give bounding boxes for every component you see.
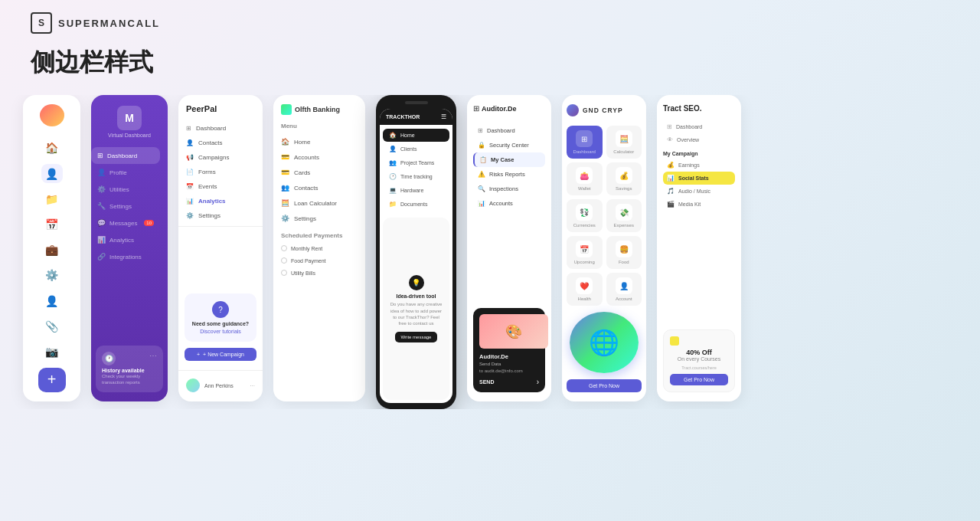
ts-social-stats[interactable]: 📊Social Stats [663, 172, 735, 185]
ts-audio-music[interactable]: 🎵Audio / Music [663, 185, 735, 198]
payment-radio[interactable] [281, 245, 287, 251]
payment-monthly[interactable]: Monthly Rent [273, 242, 365, 254]
tt-nav-teams[interactable]: 👥Project Teams [383, 156, 449, 169]
header: S SUPERMANCALL [0, 0, 980, 46]
pp-nav-analytics[interactable]: 📊Analytics [178, 194, 263, 208]
send-button[interactable]: SEND [479, 379, 494, 385]
promo-get-pro-button[interactable]: Get Pro Now [670, 374, 728, 385]
ob-nav-accounts[interactable]: 💳Accounts [273, 149, 365, 165]
gnd-wallet[interactable]: 👛 Wallet [567, 162, 603, 195]
ob-nav-cards[interactable]: 💳Cards [273, 165, 365, 180]
gnd-health[interactable]: ❤️ Health [567, 273, 603, 306]
history-title: History available [102, 368, 157, 373]
gnd-account[interactable]: 👤 Account [606, 273, 642, 306]
ts-nav-overview[interactable]: 👁Overview [663, 133, 735, 146]
tt-nav-hardware[interactable]: 💻Hardware [383, 184, 449, 197]
vd-nav-profile[interactable]: 👤 Profile [91, 164, 160, 181]
gnd-calculator[interactable]: 🧮 Calculator [606, 126, 642, 159]
auditor-brand-icon: ⊞ [473, 104, 479, 113]
ts-earnings[interactable]: 💰Earnings [663, 159, 735, 172]
pp-nav-dashboard[interactable]: ⊞Dashboard [178, 121, 263, 136]
auditor-brand: ⊞ Auditor.De [473, 104, 545, 113]
vd-nav-dashboard[interactable]: ⊞ Dashboard [91, 147, 160, 164]
nav-icon-tasks[interactable]: 📅 [41, 215, 63, 234]
nav-icon-camera[interactable]: 📷 [41, 342, 63, 361]
ob-nav-home[interactable]: 🏠Home [273, 134, 365, 149]
vd-nav-analytics[interactable]: 📊 Analytics [91, 231, 160, 248]
gnd-upcoming[interactable]: 📅 Upcoming [567, 236, 603, 269]
menu-hamburger[interactable]: ☰ [441, 113, 446, 120]
gnd-savings[interactable]: 💰 Savings [606, 162, 642, 195]
nav-icon-settings[interactable]: ⚙️ [41, 266, 63, 285]
vd-nav-messages[interactable]: 💬 Messages 10 [91, 215, 160, 231]
brand-name: SUPERMANCALL [58, 18, 160, 29]
payment-radio-2[interactable] [281, 257, 287, 264]
history-text: Check your weekly transaction reports [102, 374, 157, 386]
send-arrow-icon[interactable]: › [537, 378, 539, 386]
account-icon: 👤 [616, 277, 632, 294]
nav-icon-home[interactable]: 🏠 [41, 139, 63, 158]
payment-radio-3[interactable] [281, 270, 287, 276]
nav-icon-user[interactable]: 👤 [41, 291, 63, 310]
tt-nav-clients[interactable]: 👤Clients [383, 143, 449, 156]
ob-nav-contacts[interactable]: 👥Contacts [273, 180, 365, 195]
ad-nav-mycase[interactable]: 📋My Case [473, 152, 545, 167]
ts-media-kit[interactable]: 🎬Media Kit [663, 198, 735, 211]
menu-label: Menu [273, 123, 365, 134]
dashboard-icon: ⊞ [576, 130, 593, 147]
health-icon: ❤️ [576, 277, 593, 294]
expenses-icon: 💸 [616, 204, 632, 221]
ad-nav-security[interactable]: 🔒Security Center [473, 138, 545, 152]
write-message-button[interactable]: Write message [395, 332, 438, 342]
user-avatar [186, 378, 200, 392]
guidance-icon: ? [212, 301, 229, 318]
ad-nav-inspections[interactable]: 🔍Inspections [473, 182, 545, 196]
card-gnd-crypto: GND CRYP ⊞ Dashboard 🧮 Calculator 👛 Wall… [562, 95, 646, 401]
trackthor-nav: 🏠Home 👤Clients 👥Project Teams 🕐Time trac… [380, 125, 452, 215]
card-auditor-de: ⊞ Auditor.De ⊞Dashboard 🔒Security Center… [467, 95, 551, 401]
vd-nav-utilities[interactable]: ⚙️ Utilities [91, 181, 160, 198]
add-button[interactable]: + [38, 368, 66, 392]
new-campaign-button[interactable]: ++ New Campaign [185, 348, 256, 361]
phone-notch [405, 101, 428, 104]
wallet-icon: 👛 [576, 167, 593, 184]
gnd-dashboard[interactable]: ⊞ Dashboard [567, 126, 603, 159]
gnd-food[interactable]: 🍔 Food [606, 236, 642, 269]
gnd-currencies[interactable]: 💱 Currencies [567, 199, 603, 232]
gnd-expenses[interactable]: 💸 Expenses [606, 199, 642, 232]
pp-nav-campaigns[interactable]: 📢Campaigns [178, 150, 263, 165]
tt-nav-documents[interactable]: 📁Documents [383, 198, 449, 211]
get-pro-button[interactable]: Get Pro Now [567, 379, 642, 392]
ad-nav-risks[interactable]: ⚠️Risks Reports [473, 167, 545, 182]
vd-nav-settings[interactable]: 🔧 Settings [91, 198, 160, 215]
history-icon: 🕐 [102, 352, 116, 365]
payment-food[interactable]: Food Payment [273, 254, 365, 267]
pp-nav-forms[interactable]: 📄Forms [178, 165, 263, 179]
promo-box: 40% Off On every Courses Tract.courses/h… [663, 329, 735, 392]
nav-icon-briefcase[interactable]: 💼 [41, 241, 63, 260]
tt-nav-time[interactable]: 🕐Time tracking [383, 170, 449, 183]
gnd-grid: ⊞ Dashboard 🧮 Calculator 👛 Wallet 💰 Savi… [567, 126, 642, 306]
pp-nav-events[interactable]: 📅Events [178, 179, 263, 194]
ts-nav-dashboard[interactable]: ⊞Dashboard [663, 120, 735, 133]
ad-nav-dashboard[interactable]: ⊞Dashboard [473, 123, 545, 138]
pp-nav-settings[interactable]: ⚙️Settings [178, 208, 263, 223]
currencies-icon: 💱 [576, 204, 593, 221]
vd-nav-integrations[interactable]: 🔗 Integrations [91, 248, 160, 265]
guidance-title: Need some guidance? [191, 321, 250, 326]
guidance-link[interactable]: Discover tutorials [191, 329, 250, 334]
user-more[interactable]: ··· [250, 382, 255, 389]
ad-nav-accounts[interactable]: 📊Accounts [473, 196, 545, 211]
nav-icon-clip[interactable]: 📎 [41, 316, 63, 336]
divider [178, 226, 263, 227]
tt-nav-home[interactable]: 🏠Home [383, 129, 449, 142]
pp-nav-contacts[interactable]: 👤Contacts [178, 136, 263, 150]
ob-nav-settings[interactable]: ⚙️Settings [273, 211, 365, 226]
payment-utility[interactable]: Utility Bills [273, 267, 365, 279]
trackthor-logo: TRACKTHOR [386, 114, 420, 120]
nav-icon-calendar[interactable]: 📁 [41, 189, 63, 208]
ob-nav-loan[interactable]: 🧮Loan Calculator [273, 195, 365, 211]
divider2 [178, 370, 263, 371]
nav-icon-contacts[interactable]: 👤 [41, 164, 63, 183]
more-options[interactable]: ⋯ [149, 352, 157, 360]
